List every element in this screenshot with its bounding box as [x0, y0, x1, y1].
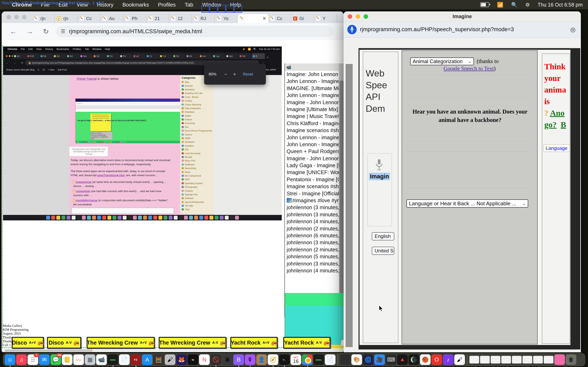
- horizontal-scrollbar[interactable]: [2, 349, 344, 352]
- category-data-integration[interactable]: Data Integration: [182, 106, 214, 110]
- dock-icon[interactable]: B: [233, 354, 244, 365]
- dock-icon[interactable]: FZ: [130, 354, 141, 365]
- eye-icon[interactable]: ◎: [570, 26, 576, 33]
- dock-window-tile[interactable]: [480, 356, 490, 364]
- video-list-item[interactable]: Imagine: John Lennon (: [285, 71, 344, 78]
- video-list-item[interactable]: johnlennon (4 minutes,: [285, 267, 344, 274]
- menu-item-bookmarks[interactable]: Bookmarks: [122, 2, 149, 8]
- yacht-rock-a+v-button[interactable]: Yacht RockA+V📻: [230, 337, 278, 349]
- disco-a-v-button[interactable]: DiscoA-V📻: [47, 337, 81, 349]
- video-list-item[interactable]: Imagine scenarios #sho: [285, 127, 344, 134]
- primer-tutorial-link[interactable]: Primer Tutorial: [77, 77, 97, 80]
- screenshot-video-frame[interactable]: ChromeFileEditViewHistoryBookmarksProfil…: [3, 47, 282, 220]
- category-delphi[interactable]: Delphi: [182, 114, 214, 118]
- imagine-url-text[interactable]: rjmprogramming.com.au/PHP/speech_supervi…: [360, 26, 514, 33]
- category-signage-poll[interactable]: Signage Poll: [182, 193, 214, 196]
- dock-icon[interactable]: 🖥: [222, 354, 233, 365]
- category-gimp[interactable]: GIMP: [182, 136, 214, 140]
- video-list-item[interactable]: Imagine [UNICEF: Worl: [285, 169, 344, 176]
- dock-icon[interactable]: 🧮: [153, 354, 164, 365]
- back-link[interactable]: B: [561, 120, 566, 129]
- dock-icon[interactable]: 🏀: [420, 354, 431, 365]
- category-operating-system[interactable]: Operating System: [182, 182, 214, 185]
- the-wrecking-crew-a-v-button[interactable]: The Wrecking CrewA-V📻: [159, 337, 226, 349]
- video-list-item[interactable]: IMAGINE. [Ultimate Mix: [285, 85, 344, 92]
- category-games[interactable]: Games: [182, 133, 214, 136]
- imagine-title-bar[interactable]: Imagine: [344, 11, 581, 22]
- dock-icon[interactable]: 🔺: [397, 354, 408, 365]
- dock-icon[interactable]: 📹: [96, 354, 107, 365]
- video-list-item[interactable]: Chris Kläfford - Imagine: [285, 120, 344, 127]
- dock-icon[interactable]: exec: [313, 354, 324, 365]
- tab-12[interactable]: ✎12: [169, 14, 192, 23]
- transcript-text[interactable]: Imagin: [369, 173, 390, 180]
- tab-Ph[interactable]: ✎Ph: [123, 14, 146, 23]
- category-esl[interactable]: ESL: [182, 125, 214, 129]
- video-list-item[interactable]: Strei - Imagine [Official: [285, 190, 344, 197]
- video-list-item[interactable]: Imagine | Music Travel L: [285, 113, 344, 120]
- video-list-item[interactable]: johnlennon (3 minutes,: [285, 260, 344, 267]
- dock-window-tile[interactable]: [491, 356, 501, 364]
- dock-icon[interactable]: N: [199, 354, 210, 365]
- dock-icon[interactable]: 🚫: [210, 354, 221, 365]
- category-news[interactable]: News: [182, 170, 214, 174]
- dock-icon[interactable]: 🌀: [363, 354, 373, 365]
- dock-icon[interactable]: A: [142, 354, 153, 365]
- tab-RJ[interactable]: ✎RJ: [192, 14, 215, 23]
- dock-icon[interactable]: 🧭: [268, 354, 278, 365]
- dock-icon[interactable]: 🗑: [566, 354, 576, 365]
- tab-Gi[interactable]: EGi: [291, 14, 314, 23]
- video-list-item[interactable]: johnlennon (3 minutes,: [285, 211, 344, 218]
- window-controls[interactable]: [7, 15, 26, 19]
- dock-icon[interactable]: exec: [108, 354, 118, 365]
- dock-icon[interactable]: ✉: [39, 354, 50, 365]
- dock-icon[interactable]: 💬208: [51, 354, 61, 365]
- video-list-item[interactable]: Pentatonix - Imagine [O: [285, 176, 344, 183]
- dock-icon[interactable]: 🎥: [374, 354, 385, 365]
- zoom-in-button[interactable]: +: [233, 71, 236, 77]
- mini-comment-box[interactable]: [71, 208, 174, 214]
- category-elearning[interactable]: eLearning: [182, 121, 214, 125]
- tab-Cc[interactable]: ✎Cc: [268, 14, 291, 23]
- dock-icon[interactable]: ♪: [443, 354, 453, 365]
- page-transitions-link[interactable]: pageTransitions●.html: [97, 174, 125, 177]
- dock-icon[interactable]: 🦊: [176, 354, 187, 365]
- control-center-icon[interactable]: ⚙: [525, 2, 530, 8]
- category-not-categorised[interactable]: Not Categorised: [182, 174, 214, 178]
- tab-rjn[interactable]: ✎rjn: [32, 14, 55, 23]
- dock-window-tile[interactable]: [522, 356, 532, 364]
- close-button[interactable]: [348, 14, 352, 19]
- another-go-link-2[interactable]: go?: [544, 120, 557, 129]
- category-anything-you-like[interactable]: Anything You Like: [182, 91, 214, 95]
- video-list-item[interactable]: johnlennon (2 minutes,: [285, 246, 344, 253]
- dock-icon[interactable]: ⌨: [386, 354, 396, 365]
- dock-icon[interactable]: 🌘: [408, 354, 419, 365]
- tab-close-icon[interactable]: ✕: [263, 16, 266, 21]
- category-coding[interactable]: Coding: [182, 99, 214, 103]
- dock-window-tile[interactable]: [512, 356, 522, 364]
- site-settings-icon[interactable]: ☰: [61, 29, 65, 34]
- menu-clock[interactable]: Thu 16 Oct 6:58 pm: [537, 2, 583, 8]
- yacht-rock-a-v-button[interactable]: Yacht RockA-V📻: [283, 337, 330, 349]
- menu-item-tab[interactable]: Tab: [185, 2, 193, 8]
- dock-icon[interactable]: 📒: [62, 354, 72, 365]
- category-land-surveying[interactable]: Land Surveying: [182, 151, 214, 155]
- video-list-item[interactable]: Queen + Paul Rodgers: [285, 148, 344, 155]
- dock-window-tile[interactable]: [533, 356, 543, 364]
- dock-icon[interactable]: [340, 354, 351, 365]
- category-database[interactable]: Database: [182, 110, 214, 114]
- zoom-reset-button[interactable]: Reset: [243, 72, 253, 76]
- english-button[interactable]: English: [372, 232, 394, 240]
- dock-icon[interactable]: 🎙: [245, 354, 255, 365]
- tab-rjn[interactable]: ✓rjn: [55, 14, 78, 23]
- dock-icon[interactable]: O: [432, 354, 442, 365]
- search-icon[interactable]: 🔍: [511, 2, 517, 8]
- language-select[interactable]: Language or Hear it Back ... Not Applica…: [406, 200, 528, 208]
- tab-Au[interactable]: ✎Au: [100, 14, 123, 23]
- mic-permission-icon[interactable]: [347, 25, 357, 34]
- dock-icon[interactable]: 📄: [119, 354, 130, 365]
- wifi-icon[interactable]: 📶: [497, 2, 503, 8]
- reload-button[interactable]: ↻: [41, 27, 51, 35]
- language-button[interactable]: Language: [543, 144, 570, 152]
- category-netbeans[interactable]: NetBeans: [182, 163, 214, 166]
